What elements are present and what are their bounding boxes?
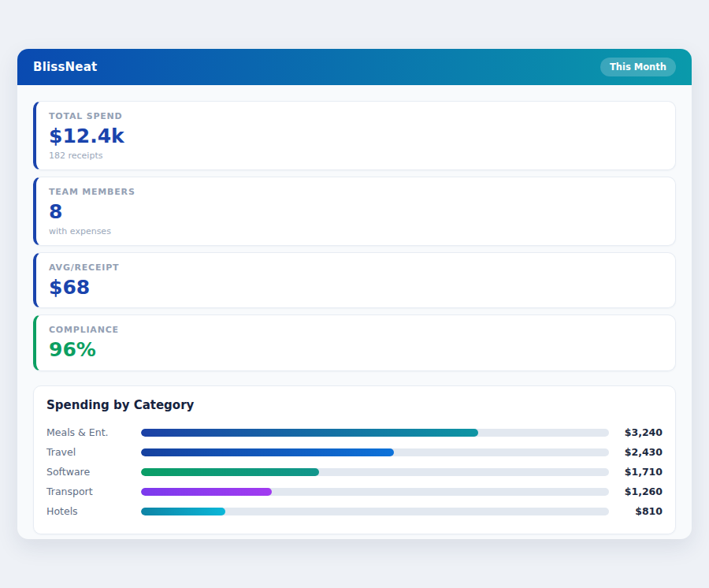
bar-fill-hotels: [141, 508, 225, 515]
stat-card-compliance: COMPLIANCE 96%: [33, 314, 676, 371]
stat-label: TOTAL SPEND: [49, 111, 663, 121]
category-chart-title: Spending by Category: [46, 398, 663, 412]
dashboard-panel: BlissNeat This Month TOTAL SPEND $12.4k …: [17, 49, 692, 539]
stat-value: $68: [49, 277, 663, 300]
category-value: $2,430: [609, 446, 663, 458]
bar-track: [141, 508, 609, 515]
bar-fill-software: [141, 468, 319, 476]
spending-by-category-card: Spending by Category Meals & Ent. $3,240…: [33, 385, 676, 534]
category-value: $810: [609, 505, 663, 517]
category-label: Meals & Ent.: [46, 426, 141, 438]
category-label: Travel: [46, 446, 141, 458]
bar-fill-transport: [141, 488, 272, 496]
bar-fill-travel: [141, 448, 394, 456]
category-value: $1,710: [609, 466, 663, 478]
stat-card-total-spend: TOTAL SPEND $12.4k 182 receipts: [33, 101, 676, 170]
category-row-meals: Meals & Ent. $3,240: [46, 422, 663, 442]
stat-value: 8: [49, 201, 663, 224]
bar-fill-meals: [141, 429, 478, 437]
stat-card-team-members: TEAM MEMBERS 8 with expenses: [33, 177, 676, 246]
stat-label: COMPLIANCE: [49, 325, 663, 335]
category-row-travel: Travel $2,430: [46, 442, 663, 462]
stat-label: TEAM MEMBERS: [49, 187, 663, 197]
category-label: Software: [46, 466, 141, 478]
stat-value: 96%: [49, 339, 663, 362]
bar-track: [141, 488, 609, 496]
category-value: $3,240: [609, 426, 663, 438]
category-row-software: Software $1,710: [46, 462, 663, 482]
stat-subtext: with expenses: [49, 226, 663, 236]
bar-track: [141, 429, 609, 437]
category-label: Hotels: [46, 505, 141, 517]
category-label: Transport: [46, 486, 141, 497]
period-badge[interactable]: This Month: [600, 58, 676, 76]
stat-card-avg-receipt: AVG/RECEIPT $68: [33, 252, 676, 309]
bar-track: [141, 468, 609, 476]
stat-label: AVG/RECEIPT: [49, 262, 663, 273]
dashboard-content: TOTAL SPEND $12.4k 182 receipts TEAM MEM…: [17, 85, 692, 539]
category-row-hotels: Hotels $810: [46, 501, 663, 521]
stat-subtext: 182 receipts: [49, 151, 663, 161]
app-header: BlissNeat This Month: [17, 49, 692, 85]
stat-value: $12.4k: [49, 125, 663, 148]
app-title: BlissNeat: [33, 60, 97, 74]
category-value: $1,260: [609, 486, 663, 497]
category-row-transport: Transport $1,260: [46, 482, 663, 501]
bar-track: [141, 448, 609, 456]
